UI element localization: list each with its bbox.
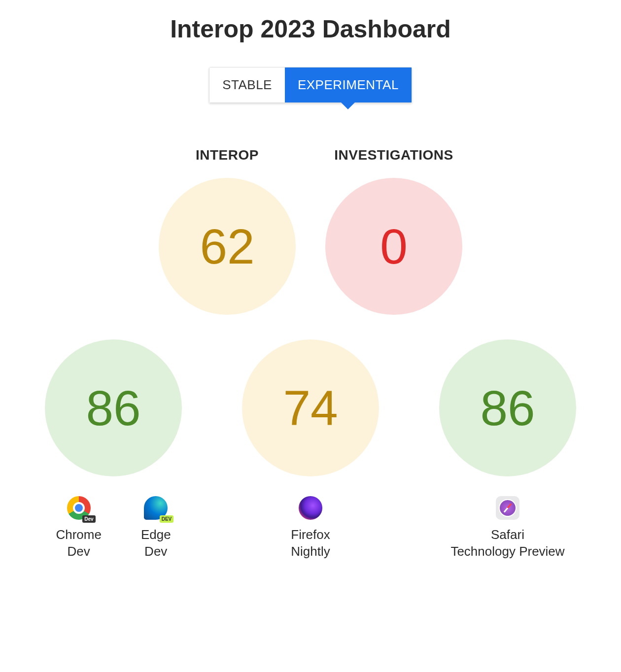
toggle-stable[interactable]: STABLE <box>209 67 285 102</box>
interop-score-circle: 62 <box>159 178 296 315</box>
firefox-col: 74 Firefox Nightly <box>227 339 394 566</box>
investigations-score-circle: 0 <box>325 178 462 315</box>
safari-compass-icon <box>499 499 517 517</box>
chrome-edge-col: 86 Dev Chrome Dev DEV Edge Dev <box>30 339 197 566</box>
chrome-edge-score-circle: 86 <box>45 339 182 476</box>
safari-tp-item: Safari Technology Preview <box>450 494 564 560</box>
firefox-score-circle: 74 <box>242 339 379 476</box>
chrome-edge-score: 86 <box>86 380 140 437</box>
safari-score: 86 <box>480 380 535 437</box>
safari-score-circle: 86 <box>439 339 576 476</box>
chrome-edge-icons: Dev Chrome Dev DEV Edge Dev <box>56 494 171 560</box>
page-title: Interop 2023 Dashboard <box>170 15 451 43</box>
safari-tp-label: Safari Technology Preview <box>450 527 564 560</box>
chrome-dev-badge: Dev <box>82 515 95 523</box>
firefox-nightly-item: Firefox Nightly <box>291 494 330 560</box>
firefox-nightly-icon <box>299 496 322 520</box>
chrome-dev-item: Dev Chrome Dev <box>56 494 101 560</box>
investigations-label: INVESTIGATIONS <box>334 147 453 163</box>
browser-scores-row: 86 Dev Chrome Dev DEV Edge Dev <box>30 339 591 566</box>
safari-icons: Safari Technology Preview <box>450 494 564 560</box>
interop-summary: INTEROP 62 <box>159 147 296 315</box>
investigations-score: 0 <box>380 218 408 275</box>
edge-dev-label: Edge Dev <box>141 527 171 560</box>
firefox-nightly-label: Firefox Nightly <box>291 527 330 560</box>
investigations-summary: INVESTIGATIONS 0 <box>325 147 462 315</box>
edge-dev-item: DEV Edge Dev <box>141 494 171 560</box>
toggle-experimental[interactable]: EXPERIMENTAL <box>285 67 412 102</box>
channel-toggle: STABLE EXPERIMENTAL <box>209 67 412 103</box>
firefox-score: 74 <box>283 380 338 437</box>
interop-score: 62 <box>200 218 254 275</box>
edge-dev-icon: DEV <box>144 496 168 520</box>
chrome-dev-label: Chrome Dev <box>56 527 101 560</box>
safari-tp-icon <box>496 496 519 520</box>
chrome-dev-icon: Dev <box>67 496 91 520</box>
firefox-icons: Firefox Nightly <box>291 494 330 560</box>
summary-row: INTEROP 62 INVESTIGATIONS 0 <box>159 147 462 315</box>
edge-dev-badge: DEV <box>160 515 174 523</box>
safari-col: 86 Safari Technology Preview <box>424 339 591 566</box>
interop-label: INTEROP <box>196 147 259 163</box>
